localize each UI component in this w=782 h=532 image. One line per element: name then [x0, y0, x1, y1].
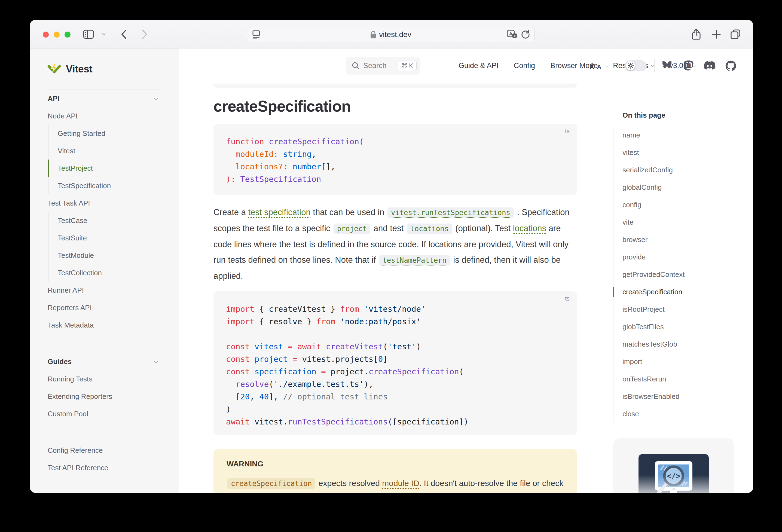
sidebar-item-custom-pool[interactable]: Custom Pool	[30, 405, 179, 423]
outline-item-browser[interactable]: browser	[613, 231, 753, 248]
share-icon[interactable]	[690, 28, 703, 41]
outline-item-createspecification[interactable]: createSpecification	[613, 283, 753, 300]
code-lang-badge: ts	[565, 128, 570, 135]
sidebar-section-guides[interactable]: Guides	[30, 353, 179, 370]
warning-title: WARNING	[226, 460, 564, 468]
sponsor-illustration: </>	[639, 454, 709, 493]
outline-item-isbrowserenabled[interactable]: isBrowserEnabled	[613, 388, 753, 405]
sidebar-item-testmodule[interactable]: TestModule	[30, 247, 179, 264]
github-icon[interactable]	[725, 61, 736, 71]
outline-item-getprovidedcontext[interactable]: getProvidedContext	[613, 266, 753, 283]
vitest-logo-icon	[47, 63, 61, 75]
outline-list: namevitestserializedConfigglobalConfigco…	[613, 126, 753, 423]
sidebar-toggle-icon[interactable]	[82, 28, 95, 41]
close-window-button[interactable]	[43, 32, 49, 38]
site-logo[interactable]: Vitest	[30, 48, 179, 90]
sidebar-nav: APINode APIGetting StartedVitestTestProj…	[30, 90, 179, 476]
chevron-down-icon	[605, 64, 609, 68]
sidebar-divider	[30, 423, 179, 441]
sidebar-item-node-api[interactable]: Node API	[30, 107, 179, 125]
inline-code-link[interactable]: testNamePattern	[379, 255, 450, 265]
code-line: )	[226, 403, 577, 416]
outline-item-ontestsrerun[interactable]: onTestsRerun	[613, 370, 753, 388]
sidebar-item-test-api-reference[interactable]: Test API Reference	[30, 459, 179, 476]
outline-title: On this page	[613, 83, 753, 126]
mastodon-icon[interactable]	[683, 61, 694, 71]
bluesky-icon[interactable]	[662, 61, 674, 71]
chevron-down-icon	[154, 359, 158, 363]
code-line: moduleId: string,	[226, 148, 577, 161]
site-title: Vitest	[66, 64, 92, 75]
description-paragraph: Create a test specification that can be …	[213, 205, 577, 284]
safari-window: vitest.dev A x	[30, 20, 753, 493]
sidebar-item-reporters-api[interactable]: Reporters API	[30, 299, 179, 316]
code-block-signature[interactable]: ts function createSpecification( moduleI…	[213, 124, 577, 195]
outline-item-matchestestglob[interactable]: matchesTestGlob	[613, 335, 753, 353]
outline-aside: On this page namevitestserializedConfigg…	[613, 83, 753, 423]
sidebar-item-testsuite[interactable]: TestSuite	[30, 229, 179, 247]
sidebar-item-test-task-api[interactable]: Test Task API	[30, 194, 179, 212]
outline-item-globtestfiles[interactable]: globTestFiles	[613, 318, 753, 335]
sidebar-item-running-tests[interactable]: Running Tests	[30, 370, 179, 388]
code-block-example[interactable]: ts import { createVitest } from 'vitest/…	[213, 291, 577, 435]
inline-link[interactable]: test specification	[248, 208, 311, 217]
appearance-toggle[interactable]	[625, 61, 647, 71]
outline-item-config[interactable]: config	[613, 196, 753, 213]
code-line: import { resolve } from 'node:path/posix…	[226, 315, 577, 328]
translations-menu[interactable]: ẋ A	[590, 62, 608, 70]
inline-link[interactable]: module ID	[382, 478, 419, 488]
forward-button[interactable]	[138, 28, 151, 41]
outline-item-vitest[interactable]: vitest	[613, 144, 753, 161]
sidebar: Vitest APINode APIGetting StartedVitestT…	[30, 48, 179, 493]
code-line: resolve('./example.test.ts'),	[226, 378, 577, 390]
code-line: const vitest = await createVitest('test'…	[226, 340, 577, 353]
outline-item-name[interactable]: name	[613, 126, 753, 144]
discord-icon[interactable]	[704, 61, 716, 71]
sponsor-card[interactable]: </>	[613, 438, 734, 493]
sidebar-item-runner-api[interactable]: Runner API	[30, 282, 179, 299]
inline-code-link[interactable]: vitest.runTestSpecifications	[387, 208, 514, 218]
outline-item-import[interactable]: import	[613, 353, 753, 370]
outline-item-serializedconfig[interactable]: serializedConfig	[613, 161, 753, 179]
translate-language-icon: ẋ	[590, 62, 594, 70]
toolbar-chevron-down-icon[interactable]	[98, 28, 110, 41]
page-title: createSpecification	[213, 97, 351, 115]
doc-content: createSpecification ts function createSp…	[213, 20, 577, 493]
outline-item-close[interactable]: close	[613, 405, 753, 423]
code-line: await vitest.runTestSpecifications([spec…	[226, 416, 577, 428]
code-line: const project = vitest.projects[0]	[226, 353, 577, 365]
sidebar-item-extending-reporters[interactable]: Extending Reporters	[30, 388, 179, 405]
code-line: locations?: number[],	[226, 161, 577, 173]
navbar-controls: ẋ A	[574, 48, 736, 83]
chevron-down-icon	[154, 96, 158, 100]
sidebar-section-api[interactable]: API	[30, 90, 179, 107]
sidebar-item-vitest[interactable]: Vitest	[30, 142, 179, 159]
inline-code: locations	[407, 223, 452, 234]
sidebar-item-config-reference[interactable]: Config Reference	[30, 441, 179, 459]
sidebar-item-testcollection[interactable]: TestCollection	[30, 264, 179, 282]
sidebar-item-testspecification[interactable]: TestSpecification	[30, 177, 179, 194]
sidebar-item-task-metadata[interactable]: Task Metadata	[30, 316, 179, 334]
sidebar-divider	[30, 334, 179, 353]
inline-link[interactable]: locations	[513, 223, 546, 233]
sidebar-item-testcase[interactable]: TestCase	[30, 212, 179, 229]
previous-code-block-partial	[213, 83, 577, 88]
code-lang-badge: ts	[565, 295, 570, 302]
back-button[interactable]	[118, 28, 130, 41]
outline-item-provide[interactable]: provide	[613, 248, 753, 266]
outline-item-globalconfig[interactable]: globalConfig	[613, 179, 753, 196]
code-line: const specification = project.createSpec…	[226, 365, 577, 378]
sidebar-item-getting-started[interactable]: Getting Started	[30, 125, 179, 142]
code-line: import { createVitest } from 'vitest/nod…	[226, 303, 577, 315]
sidebar-item-testproject[interactable]: TestProject	[30, 159, 179, 177]
outline-item-isrootproject[interactable]: isRootProject	[613, 300, 753, 318]
code-line	[226, 328, 577, 340]
outline-item-vite[interactable]: vite	[613, 213, 753, 231]
zoom-window-button[interactable]	[65, 32, 71, 38]
minimize-window-button[interactable]	[54, 32, 60, 38]
code-line: function createSpecification(	[226, 135, 577, 148]
code-line: ): TestSpecification	[226, 173, 577, 185]
show-tabs-icon[interactable]	[729, 28, 742, 41]
sun-icon	[628, 63, 634, 69]
new-tab-icon[interactable]	[710, 28, 723, 41]
